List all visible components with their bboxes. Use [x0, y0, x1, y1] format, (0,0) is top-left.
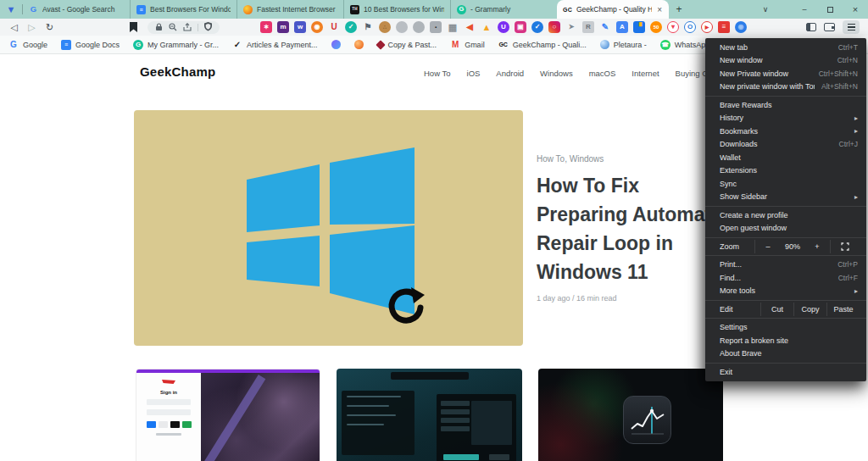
- menu-item-extensions[interactable]: Extensions: [705, 164, 866, 178]
- brave-shield-icon[interactable]: [204, 19, 212, 35]
- tab[interactable]: GAvast - Google Search: [23, 0, 130, 19]
- tab-search-icon[interactable]: ∨: [753, 0, 778, 19]
- menu-item-new-private-window-with-tor[interactable]: New private window with TorAlt+Shift+N: [705, 81, 866, 94]
- extension-check-teal-icon[interactable]: ✓: [345, 21, 357, 33]
- fullscreen-icon[interactable]: [832, 242, 858, 251]
- menu-item-find[interactable]: Find...Ctrl+F: [705, 271, 866, 285]
- menu-item-sync[interactable]: Sync: [705, 177, 866, 191]
- nav-link-windows[interactable]: Windows: [540, 69, 573, 78]
- extension-insta-icon[interactable]: ○: [548, 21, 560, 33]
- extension-flag-gray-icon[interactable]: ⚑: [362, 21, 374, 33]
- nav-link-internet[interactable]: Internet: [632, 69, 659, 78]
- extension-monday-purple-icon[interactable]: m: [277, 21, 289, 33]
- menu-item-new-window[interactable]: New windowCtrl+N: [705, 54, 866, 68]
- minimize-button[interactable]: –: [792, 0, 817, 19]
- tab[interactable]: TH10 Best Browsers for Windows 11: [343, 0, 450, 19]
- tab-close-icon[interactable]: ×: [656, 5, 663, 14]
- nav-link-android[interactable]: Android: [496, 69, 524, 78]
- extension-onepassword-icon[interactable]: O: [684, 21, 696, 33]
- forward-button[interactable]: ▷: [23, 22, 41, 33]
- brave-logo-icon[interactable]: ▼: [0, 0, 22, 19]
- extension-pen-blue-icon[interactable]: ✎: [599, 21, 611, 33]
- bookmark-item[interactable]: [354, 40, 364, 49]
- extension-wave-indigo-icon[interactable]: w: [294, 21, 306, 33]
- zoom-in-button[interactable]: +: [806, 242, 828, 251]
- site-logo[interactable]: GeekChamp: [140, 64, 215, 79]
- menu-item-paste[interactable]: Paste: [829, 305, 858, 314]
- new-tab-button[interactable]: +: [669, 0, 689, 19]
- thumbnail-riot-signin[interactable]: Sign in: [136, 369, 320, 461]
- menu-item-open-guest-window[interactable]: Open guest window: [705, 222, 866, 236]
- extension-grid-red-icon[interactable]: ∗: [260, 21, 272, 33]
- menu-item-copy[interactable]: Copy: [796, 305, 825, 314]
- menu-item-create-a-new-profile[interactable]: Create a new profile: [705, 208, 866, 222]
- menu-item-downloads[interactable]: DownloadsCtrl+J: [705, 138, 866, 152]
- bookmark-item-pletaura[interactable]: Pletaura -: [600, 40, 647, 49]
- menu-item-zoom[interactable]: Zoom–90%+: [705, 240, 866, 253]
- extension-person-gray-icon[interactable]: ▪: [430, 21, 442, 33]
- maximize-button[interactable]: [817, 0, 843, 19]
- extension-ubersuggest-red-icon[interactable]: U: [328, 21, 340, 33]
- close-button[interactable]: ×: [843, 0, 868, 19]
- extension-cone-orange-icon[interactable]: ▲: [481, 21, 492, 33]
- extension-image-gray-icon[interactable]: ▦: [447, 21, 459, 33]
- tab[interactable]: G- Grammarly: [450, 0, 557, 19]
- extension-u-purple-icon[interactable]: U: [498, 21, 509, 33]
- extension-plane-gray-icon[interactable]: ➤: [565, 21, 577, 33]
- menu-item-wallet[interactable]: Wallet: [705, 151, 866, 164]
- bookmark-item-geekchamp[interactable]: GCGeekChamp - Quali...: [498, 40, 587, 50]
- back-button[interactable]: ◁: [5, 22, 23, 33]
- menu-item-settings[interactable]: Settings: [705, 321, 866, 335]
- bookmark-item-articles[interactable]: ✓Articles & Payment...: [232, 40, 318, 50]
- menu-item-report-a-broken-site[interactable]: Report a broken site: [705, 334, 866, 347]
- extension-square-blue-icon[interactable]: ▝: [633, 21, 645, 33]
- thumbnail-game-overlay[interactable]: [337, 369, 522, 461]
- extension-circle-blue-icon[interactable]: ◉: [735, 21, 747, 33]
- menu-item-cut[interactable]: Cut: [763, 305, 792, 314]
- extension-circle-gray-icon[interactable]: [396, 21, 408, 33]
- zoom-out-icon[interactable]: [169, 19, 177, 35]
- zoom-out-button[interactable]: –: [757, 242, 779, 251]
- extension-cookie-icon[interactable]: ∴: [379, 21, 391, 33]
- menu-item-new-tab[interactable]: New tabCtrl+T: [705, 41, 866, 54]
- bookmark-item-google[interactable]: ≡Google Docs: [61, 40, 120, 50]
- menu-item-about-brave[interactable]: About Brave: [705, 347, 866, 361]
- menu-item-exit[interactable]: Exit: [705, 365, 866, 379]
- bookmark-item-my[interactable]: GMy Grammarly - Gr...: [133, 40, 219, 50]
- menu-item-new-private-window[interactable]: New Private windowCtrl+Shift+N: [705, 67, 866, 81]
- app-menu-button[interactable]: [843, 20, 860, 34]
- bookmark-item-google[interactable]: GGoogle: [8, 40, 47, 50]
- menu-item-print[interactable]: Print...Ctrl+P: [705, 258, 866, 272]
- address-bar[interactable]: [147, 21, 220, 34]
- tab-active[interactable]: GCGeekChamp - Quality How×: [557, 0, 669, 19]
- nav-link-ios[interactable]: iOS: [467, 69, 481, 78]
- extension-camera-pink-icon[interactable]: ▣: [515, 21, 526, 33]
- share-icon[interactable]: [183, 19, 192, 35]
- extension-pocket-icon[interactable]: ▾: [667, 21, 679, 33]
- tab[interactable]: Fastest Internet Browser & Best: [236, 0, 343, 19]
- extension-blob-gray-icon[interactable]: [413, 21, 425, 33]
- menu-item-more-tools[interactable]: More tools▸: [705, 285, 866, 298]
- nav-link-macos[interactable]: macOS: [589, 69, 616, 78]
- extension-translate-blue-icon[interactable]: A: [616, 21, 628, 33]
- thumbnail-stocks-app[interactable]: [538, 369, 723, 461]
- sidebar-toggle-icon[interactable]: [806, 23, 816, 31]
- nav-link-how-to[interactable]: How To: [424, 69, 451, 78]
- bookmark-item-copy[interactable]: Copy & Past...: [377, 41, 437, 49]
- extension-r-gray-icon[interactable]: R: [582, 21, 594, 33]
- extension-play-red-icon[interactable]: ▶: [701, 21, 713, 33]
- extension-megaphone-red-icon[interactable]: ◀: [464, 21, 476, 33]
- extension-check-blue-icon[interactable]: ✓: [531, 21, 543, 33]
- wallet-icon[interactable]: [824, 23, 835, 31]
- extension-eye-orange-icon[interactable]: ◉: [311, 21, 323, 33]
- menu-item-show-sidebar[interactable]: Show Sidebar▸: [705, 191, 866, 204]
- menu-item-brave-rewards[interactable]: Brave Rewards: [705, 98, 866, 112]
- reload-button[interactable]: ↻: [41, 22, 58, 33]
- menu-item-bookmarks[interactable]: Bookmarks▸: [705, 125, 866, 138]
- bookmark-icon[interactable]: [130, 22, 137, 32]
- extension-seoquake-icon[interactable]: 50: [650, 21, 662, 33]
- menu-item-history[interactable]: History▸: [705, 112, 866, 125]
- extension-lines-red-icon[interactable]: ≡: [718, 21, 730, 33]
- bookmark-item-gmail[interactable]: MGmail: [450, 40, 485, 50]
- menu-item-edit[interactable]: EditCutCopyPaste: [705, 303, 866, 316]
